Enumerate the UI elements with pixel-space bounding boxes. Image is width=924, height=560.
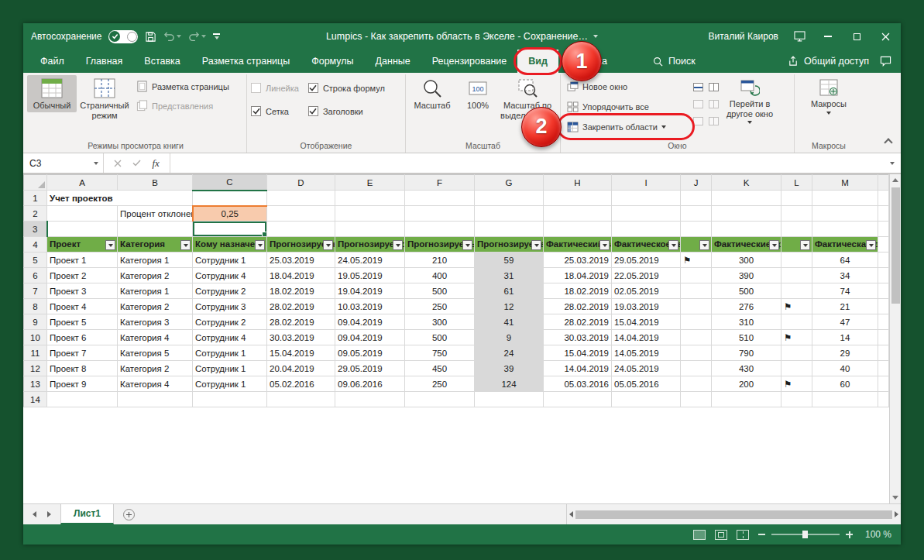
zoom-out-button[interactable] bbox=[758, 534, 765, 535]
scroll-up-button[interactable] bbox=[892, 174, 898, 186]
column-header-C[interactable]: C bbox=[193, 175, 267, 191]
cell-I14[interactable] bbox=[612, 392, 681, 407]
share-button[interactable]: Общий доступ bbox=[788, 50, 880, 73]
cell-A13[interactable]: Проект 9 bbox=[47, 376, 118, 392]
cell-H14[interactable] bbox=[544, 392, 612, 407]
cell-C13[interactable]: Сотрудник 1 bbox=[193, 376, 267, 392]
cell-M4[interactable]: Фактическая длительность (в днях) bbox=[812, 237, 878, 253]
scroll-left-button[interactable] bbox=[569, 511, 573, 517]
cell-B7[interactable]: Категория 1 bbox=[118, 283, 193, 299]
vertical-scrollbar[interactable] bbox=[889, 174, 901, 503]
cell-H4[interactable]: Фактический запуск bbox=[544, 237, 612, 253]
cell-J12[interactable] bbox=[681, 361, 712, 376]
cell-F8[interactable]: 250 bbox=[405, 299, 475, 314]
row-header-8[interactable]: 8 bbox=[24, 299, 47, 314]
cell-I3[interactable] bbox=[612, 222, 681, 237]
cell-B13[interactable]: Категория 4 bbox=[118, 376, 193, 392]
cell-C10[interactable]: Сотрудник 4 bbox=[193, 330, 267, 345]
cell-H1[interactable] bbox=[544, 191, 612, 206]
ribbon-tab-home[interactable]: Главная bbox=[75, 50, 134, 73]
column-header-M[interactable]: M bbox=[812, 175, 878, 191]
cell-A11[interactable]: Проект 7 bbox=[47, 345, 118, 361]
redo-button[interactable] bbox=[188, 31, 206, 42]
cell-D3[interactable] bbox=[267, 222, 335, 237]
horizontal-scroll-thumb[interactable] bbox=[575, 510, 892, 519]
cell-C11[interactable]: Сотрудник 1 bbox=[193, 345, 267, 361]
cell-D2[interactable] bbox=[267, 206, 335, 222]
cell-G4[interactable]: Прогнозируемая длительность (в днях) bbox=[475, 237, 544, 253]
formula-bar-expand-button[interactable] bbox=[884, 153, 901, 173]
column-header-H[interactable]: H bbox=[544, 175, 612, 191]
scroll-down-button[interactable] bbox=[892, 492, 898, 503]
row-header-10[interactable]: 10 bbox=[24, 330, 47, 345]
cell-E1[interactable] bbox=[335, 191, 405, 206]
cell-D8[interactable]: 28.02.2019 bbox=[267, 299, 335, 314]
cell-M10[interactable]: 14 bbox=[812, 330, 878, 345]
cell-K8[interactable]: 276 bbox=[712, 299, 781, 314]
flag-icon-cell-L13[interactable]: ⚑ bbox=[781, 376, 812, 392]
previous-sheet-button[interactable] bbox=[33, 511, 36, 517]
ribbon-tab-review[interactable]: Рецензирование bbox=[421, 50, 518, 73]
cell-B11[interactable]: Категория 5 bbox=[118, 345, 193, 361]
select-all-corner[interactable] bbox=[24, 175, 47, 191]
cell-C9[interactable]: Сотрудник 2 bbox=[193, 314, 267, 330]
formula-input[interactable] bbox=[170, 153, 884, 173]
cell-L14[interactable] bbox=[781, 392, 812, 407]
zoom-100-button[interactable]: 100 100% bbox=[456, 75, 500, 112]
close-button[interactable] bbox=[878, 29, 893, 44]
cell-E12[interactable]: 29.05.2019 bbox=[335, 361, 405, 376]
cell-K6[interactable]: 390 bbox=[712, 268, 781, 283]
cell-K4[interactable]: Фактические трудозатраты (в часах) bbox=[712, 237, 781, 253]
view-page-break-button[interactable] bbox=[737, 530, 749, 540]
cell-L1[interactable] bbox=[781, 191, 812, 206]
next-sheet-button[interactable] bbox=[47, 511, 51, 517]
cell-I8[interactable]: 19.03.2019 bbox=[612, 299, 681, 314]
freeze-panes-button[interactable]: Закрепить области bbox=[563, 118, 689, 136]
switch-windows-button[interactable]: Перейти в другое окно bbox=[723, 75, 777, 125]
cell-D7[interactable]: 18.02.2019 bbox=[267, 283, 335, 299]
formula-bar-checkbox[interactable]: Строка формул bbox=[308, 80, 385, 96]
row-header-6[interactable]: 6 bbox=[24, 268, 47, 283]
cell-K1[interactable] bbox=[712, 191, 781, 206]
cell-C14[interactable] bbox=[193, 392, 267, 407]
row-header-13[interactable]: 13 bbox=[24, 376, 47, 392]
cell-J7[interactable] bbox=[681, 283, 712, 299]
autosave-toggle[interactable] bbox=[108, 30, 138, 43]
arrange-all-button[interactable]: Упорядочить все bbox=[563, 98, 689, 115]
feedback-button[interactable] bbox=[880, 50, 901, 73]
filter-button[interactable] bbox=[462, 240, 472, 250]
normal-view-button[interactable]: Обычный bbox=[27, 75, 77, 112]
cell-G6[interactable]: 31 bbox=[475, 268, 544, 283]
filter-button[interactable] bbox=[105, 240, 115, 250]
cell-E8[interactable]: 10.03.2019 bbox=[335, 299, 405, 314]
filter-button[interactable] bbox=[323, 240, 333, 250]
cell-H9[interactable]: 28.02.2019 bbox=[544, 314, 612, 330]
cell-G11[interactable]: 24 bbox=[475, 345, 544, 361]
column-header-D[interactable]: D bbox=[267, 175, 335, 191]
cell-E7[interactable]: 19.04.2019 bbox=[335, 283, 405, 299]
cell-J6[interactable] bbox=[681, 268, 712, 283]
cell-E9[interactable]: 09.04.2019 bbox=[335, 314, 405, 330]
cell-M9[interactable]: 47 bbox=[812, 314, 878, 330]
cell-E10[interactable]: 09.04.2019 bbox=[335, 330, 405, 345]
cell-E6[interactable]: 19.05.2019 bbox=[335, 268, 405, 283]
cell-G7[interactable]: 61 bbox=[475, 283, 544, 299]
sync-scroll-button[interactable] bbox=[709, 100, 719, 108]
cell-L9[interactable] bbox=[781, 314, 812, 330]
gridlines-checkbox[interactable]: Сетка bbox=[251, 103, 299, 119]
cell-A9[interactable]: Проект 5 bbox=[47, 314, 118, 330]
macros-button[interactable]: Макросы bbox=[805, 75, 853, 116]
filter-button[interactable] bbox=[800, 240, 810, 250]
page-break-preview-button[interactable]: Страничный режим bbox=[77, 75, 132, 122]
cell-K14[interactable] bbox=[712, 392, 781, 407]
cell-I2[interactable] bbox=[612, 206, 681, 222]
cell-H8[interactable]: 28.02.2019 bbox=[544, 299, 612, 314]
row-header-4[interactable]: 4 bbox=[24, 237, 47, 253]
cell-C1[interactable] bbox=[193, 191, 267, 206]
cell-B14[interactable] bbox=[118, 392, 193, 407]
column-header-L[interactable]: L bbox=[781, 175, 812, 191]
cell-I6[interactable]: 22.05.2019 bbox=[612, 268, 681, 283]
zoom-percentage[interactable]: 100 % bbox=[862, 529, 891, 540]
cell-D14[interactable] bbox=[267, 392, 335, 407]
cell-G13[interactable]: 124 bbox=[475, 376, 544, 392]
